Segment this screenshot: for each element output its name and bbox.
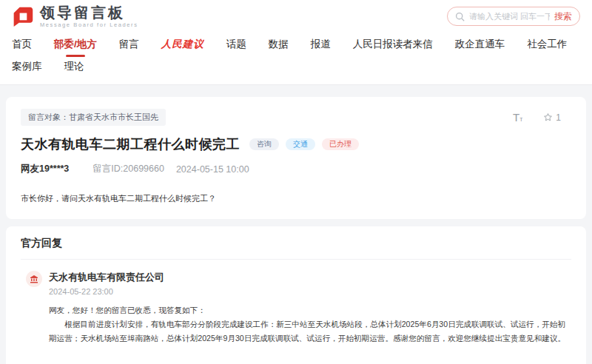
site-subtitle: Message Board for Leaders	[40, 21, 138, 28]
font-size-icon[interactable]: Tт	[513, 112, 522, 124]
nav-item-reader-letters[interactable]: 人民日报读者来信	[353, 34, 433, 55]
star-icon	[543, 112, 553, 122]
tag-inquiry: 咨询	[249, 138, 279, 150]
nav-item-theory[interactable]: 理论	[64, 56, 84, 77]
main-content: 留言对象：甘肃省天水市市长王国先 Tт 1 天水有轨电车二期工程什么时候完工 咨…	[0, 85, 592, 364]
nav-item-ministries-localities[interactable]: 部委/地方	[54, 34, 97, 55]
reply-body: 网友，您好！您的留言已收悉，现答复如下： 根据目前进度计划安排，有轨电车部分分阶…	[49, 303, 571, 346]
nav-item-messages[interactable]: 留言	[119, 34, 139, 55]
reply-paragraph-greeting: 网友，您好！您的留言已收悉，现答复如下：	[49, 303, 571, 317]
official-reply-heading: 官方回复	[21, 237, 571, 260]
logo-icon	[12, 5, 34, 27]
site-header: 领导留言板 Message Board for Leaders 搜索	[0, 0, 592, 33]
reply-item: 天水有轨电车有限责任公司 2024-05-22 23:00 网友，您好！您的留言…	[21, 271, 571, 346]
message-title: 天水有轨电车二期工程什么时候完工	[21, 135, 240, 153]
message-time: 2024-05-15 10:00	[176, 164, 249, 175]
institution-icon	[30, 274, 38, 283]
search-button[interactable]: 搜索	[554, 10, 572, 23]
nav-item-data[interactable]: 数据	[269, 34, 289, 55]
favorite-button[interactable]: 1	[543, 112, 561, 123]
nav-item-topics[interactable]: 话题	[226, 34, 246, 55]
site-title: 领导留言板	[40, 4, 138, 21]
org-avatar	[26, 271, 42, 287]
site-logo[interactable]: 领导留言板 Message Board for Leaders	[12, 4, 138, 28]
tag-status-handled: 已办理	[322, 138, 359, 150]
favorite-count: 1	[556, 112, 561, 123]
message-target-badge: 留言对象：甘肃省天水市市长王国先	[21, 109, 166, 126]
message-body: 市长你好，请问天水有轨电车二期工程什么时候完工？	[21, 193, 571, 204]
message-id: 留言ID:20699660	[92, 163, 164, 175]
main-nav: 首页 部委/地方 留言 人民建议 话题 数据 报道 人民日报读者来信 政企直通车…	[0, 33, 592, 85]
reply-paragraph-answer: 根据目前进度计划安排，有轨电车部分分阶段完成建设工作：新三中站至天水机场站段，总…	[49, 317, 571, 346]
reply-time: 2024-05-22 23:00	[49, 287, 571, 296]
official-reply-card: 官方回复 天水有轨电车有限责任公司 2024-05-22 23:00 网友，您好…	[6, 226, 586, 364]
tag-transport: 交通	[286, 138, 315, 150]
search-icon	[455, 12, 465, 21]
search-box: 搜索	[447, 7, 580, 26]
search-input[interactable]	[469, 12, 550, 21]
nav-item-home[interactable]: 首页	[12, 34, 32, 55]
nav-item-social-work[interactable]: 社会工作	[527, 34, 567, 55]
nav-item-reports[interactable]: 报道	[311, 34, 331, 55]
reply-org-name: 天水有轨电车有限责任公司	[49, 271, 571, 284]
nav-item-gov-business-line[interactable]: 政企直通车	[455, 34, 505, 55]
message-author: 网友19****3	[21, 163, 69, 175]
message-card: 留言对象：甘肃省天水市市长王国先 Tт 1 天水有轨电车二期工程什么时候完工 咨…	[6, 97, 586, 219]
nav-item-peoples-suggestions[interactable]: 人民建议	[161, 34, 204, 55]
nav-item-case-library[interactable]: 案例库	[12, 56, 42, 77]
message-meta: 网友19****3 留言ID:20699660 2024-05-15 10:00	[21, 163, 571, 175]
message-actions: Tт 1	[513, 112, 561, 124]
